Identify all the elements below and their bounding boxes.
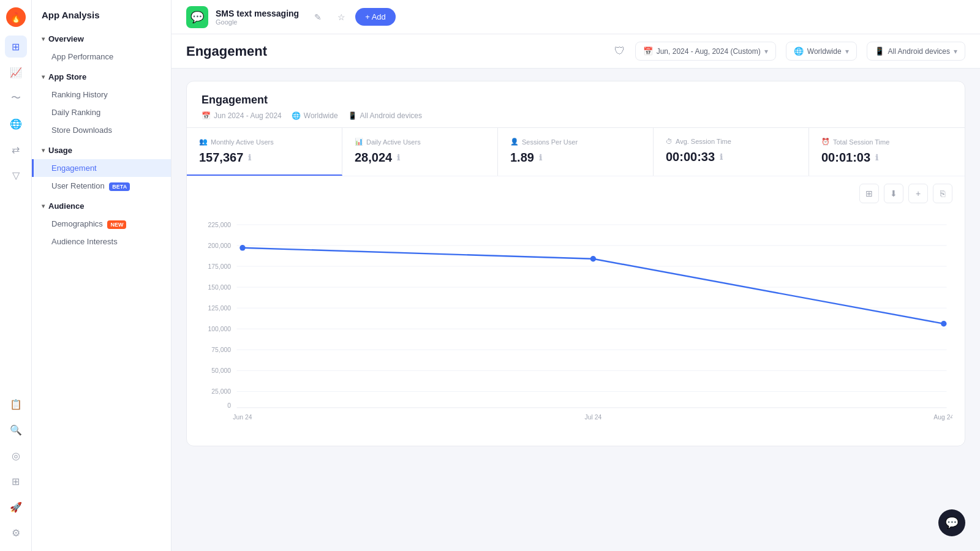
stats-row: 👥 Monthly Active Users 157,367 ℹ 📊 Daily… bbox=[187, 127, 965, 176]
nav-dashboard-icon[interactable]: ⊞ bbox=[5, 36, 27, 58]
stat-cell-monthly-active-users[interactable]: 👥 Monthly Active Users 157,367 ℹ bbox=[187, 128, 342, 176]
icon-rail: 🔥 ⊞ 📈 〜 🌐 ⇄ ▽ 📋 🔍 ◎ ⊞ 🚀 ⚙ bbox=[0, 0, 32, 551]
device-filter[interactable]: 📱 All Android devices ▾ bbox=[867, 42, 965, 61]
svg-text:175,000: 175,000 bbox=[208, 263, 231, 270]
globe-icon: 🌐 bbox=[794, 47, 804, 56]
star-button[interactable]: ☆ bbox=[332, 8, 350, 26]
chat-bubble[interactable]: 💬 bbox=[938, 509, 965, 536]
engagement-chart: 225,000 200,000 175,000 150,000 125,000 … bbox=[199, 211, 952, 431]
excel-export-button[interactable]: ⊞ bbox=[859, 184, 879, 203]
sidebar-item-demographics[interactable]: Demographics NEW bbox=[32, 215, 171, 233]
sidebar-item-engagement[interactable]: Engagement bbox=[32, 159, 171, 177]
brand-logo: 🔥 bbox=[6, 7, 26, 27]
sidebar-section-label-overview: Overview bbox=[48, 34, 84, 43]
page-title: Engagement bbox=[186, 43, 605, 59]
sidebar-section-audience: ▾ Audience Demographics NEW Audience Int… bbox=[32, 197, 171, 250]
app-info: SMS text messaging Google bbox=[216, 9, 299, 26]
info-icon[interactable]: ℹ bbox=[720, 152, 723, 162]
stat-label: ⏱ Avg. Session Time bbox=[666, 138, 796, 145]
sidebar-item-user-retention[interactable]: User Retention BETA bbox=[32, 177, 171, 195]
svg-text:150,000: 150,000 bbox=[208, 284, 231, 291]
stat-cell-total-session-time[interactable]: ⏰ Total Session Time 00:01:03 ℹ bbox=[809, 128, 965, 176]
sidebar-section-label-usage: Usage bbox=[48, 146, 72, 155]
stat-icon: 👤 bbox=[510, 138, 519, 146]
calendar-icon: 📅 bbox=[202, 111, 211, 120]
info-icon[interactable]: ℹ bbox=[248, 153, 251, 162]
device-icon: 📱 bbox=[875, 47, 884, 56]
chevron-down-icon: ▾ bbox=[42, 147, 45, 154]
stat-value: 1.89 ℹ bbox=[510, 151, 641, 165]
svg-text:100,000: 100,000 bbox=[208, 326, 231, 332]
svg-text:75,000: 75,000 bbox=[211, 347, 231, 353]
new-badge: NEW bbox=[107, 220, 126, 229]
sidebar-item-app-performance[interactable]: App Performance bbox=[32, 48, 171, 66]
chevron-down-icon: ▾ bbox=[42, 73, 45, 80]
stat-cell-avg-session-time[interactable]: ⏱ Avg. Session Time 00:00:33 ℹ bbox=[654, 128, 809, 176]
add-button[interactable]: + Add bbox=[355, 8, 396, 26]
info-icon[interactable]: ℹ bbox=[397, 153, 400, 162]
sidebar-section-header-usage[interactable]: ▾ Usage bbox=[32, 141, 171, 159]
sidebar-section-overview: ▾ Overview App Performance bbox=[32, 30, 171, 66]
info-icon[interactable]: ℹ bbox=[875, 153, 878, 162]
stat-cell-daily-active-users[interactable]: 📊 Daily Active Users 28,024 ℹ bbox=[342, 128, 498, 176]
sidebar-item-daily-ranking[interactable]: Daily Ranking bbox=[32, 103, 171, 121]
svg-text:200,000: 200,000 bbox=[208, 242, 231, 249]
chevron-down-icon: ▾ bbox=[42, 203, 45, 209]
main-content: 💬 SMS text messaging Google ✎ ☆ + Add En… bbox=[172, 0, 980, 551]
sidebar-section-header-audience[interactable]: ▾ Audience bbox=[32, 197, 171, 215]
sidebar-item-store-downloads[interactable]: Store Downloads bbox=[32, 121, 171, 139]
nav-search-market-icon[interactable]: 🔍 bbox=[5, 419, 27, 441]
card-meta-region: 🌐 Worldwide bbox=[292, 111, 338, 120]
chevron-down-icon: ▾ bbox=[954, 47, 957, 56]
sidebar-section-header-appstore[interactable]: ▾ App Store bbox=[32, 68, 171, 86]
nav-funnel-icon[interactable]: ⊞ bbox=[5, 470, 27, 492]
sidebar-section-label-audience: Audience bbox=[48, 201, 85, 211]
nav-compare-icon[interactable]: ⇄ bbox=[5, 138, 27, 160]
date-range-label: Jun, 2024 - Aug, 2024 (Custom) bbox=[657, 47, 761, 56]
region-label: Worldwide bbox=[807, 47, 842, 56]
chart-toolbar: ⊞ ⬇ + ⎘ bbox=[187, 176, 965, 211]
chart-point-jun bbox=[239, 245, 245, 250]
stat-icon: 📊 bbox=[355, 138, 363, 146]
sidebar-item-audience-interests[interactable]: Audience Interests bbox=[32, 233, 171, 250]
info-icon[interactable]: ℹ bbox=[539, 153, 542, 162]
sidebar-section-header-overview[interactable]: ▾ Overview bbox=[32, 30, 171, 48]
svg-text:0: 0 bbox=[227, 402, 231, 409]
svg-text:Aug 24: Aug 24 bbox=[933, 414, 952, 421]
nav-apps-icon[interactable]: 📋 bbox=[5, 393, 27, 415]
nav-globe-icon[interactable]: 🌐 bbox=[5, 113, 27, 135]
chevron-down-icon: ▾ bbox=[845, 47, 849, 56]
download-button[interactable]: ⬇ bbox=[884, 184, 903, 203]
chart-point-jul bbox=[590, 256, 596, 261]
stat-cell-sessions-per-user[interactable]: 👤 Sessions Per User 1.89 ℹ bbox=[498, 128, 654, 176]
nav-analytics-icon[interactable]: 📈 bbox=[5, 61, 27, 83]
app-icon: 💬 bbox=[186, 6, 208, 28]
card-meta-date: 📅 Jun 2024 - Aug 2024 bbox=[202, 111, 282, 120]
sidebar-item-ranking-history[interactable]: Ranking History bbox=[32, 86, 171, 103]
sidebar: App Analysis ▾ Overview App Performance … bbox=[32, 0, 172, 551]
add-chart-button[interactable]: + bbox=[908, 184, 928, 203]
nav-chart-icon[interactable]: 〜 bbox=[5, 87, 27, 109]
app-icon-symbol: 💬 bbox=[190, 10, 204, 24]
card-meta: 📅 Jun 2024 - Aug 2024 🌐 Worldwide 📱 All … bbox=[202, 111, 950, 120]
edit-button[interactable]: ✎ bbox=[309, 8, 327, 26]
stat-label: 📊 Daily Active Users bbox=[355, 138, 485, 146]
nav-rocket-icon[interactable]: 🚀 bbox=[5, 496, 27, 518]
stat-icon: 👥 bbox=[199, 138, 208, 146]
globe-icon: 🌐 bbox=[292, 111, 301, 120]
page-header: Engagement 🛡 📅 Jun, 2024 - Aug, 2024 (Cu… bbox=[172, 34, 980, 69]
stat-icon: ⏱ bbox=[666, 138, 673, 145]
stat-icon: ⏰ bbox=[821, 138, 830, 146]
sidebar-section-label-appstore: App Store bbox=[48, 72, 86, 81]
share-button[interactable]: ⎘ bbox=[933, 184, 952, 203]
region-filter[interactable]: 🌐 Worldwide ▾ bbox=[786, 42, 857, 61]
card-title: Engagement bbox=[202, 94, 950, 107]
nav-settings-icon[interactable]: ⚙ bbox=[5, 522, 27, 544]
nav-target-icon[interactable]: ◎ bbox=[5, 444, 27, 467]
date-range-filter[interactable]: 📅 Jun, 2024 - Aug, 2024 (Custom) ▾ bbox=[635, 42, 776, 61]
chart-area: 225,000 200,000 175,000 150,000 125,000 … bbox=[187, 211, 965, 446]
svg-text:50,000: 50,000 bbox=[211, 367, 231, 374]
nav-filter-icon[interactable]: ▽ bbox=[5, 164, 27, 186]
svg-text:Jun 24: Jun 24 bbox=[233, 414, 252, 421]
app-platform: Google bbox=[216, 18, 299, 26]
